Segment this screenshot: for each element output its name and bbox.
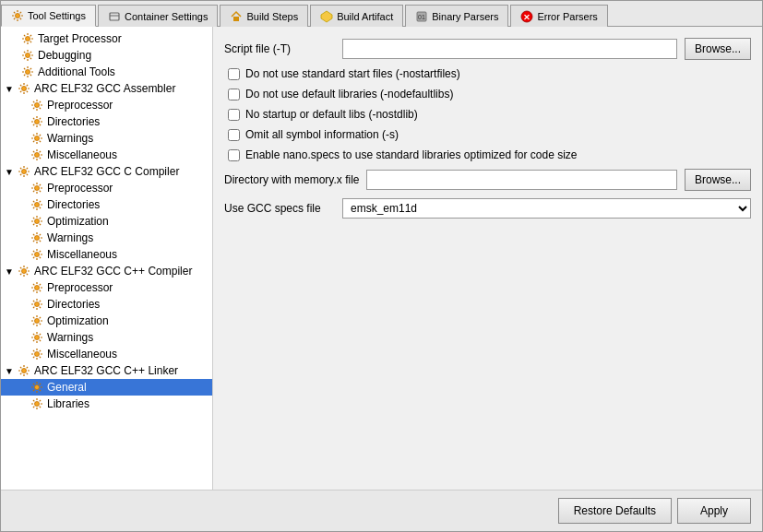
gear-icon-cpp-warn xyxy=(30,331,43,344)
sidebar-item-additional-tools[interactable]: Additional Tools xyxy=(1,64,212,80)
sidebar-label-c-warnings: Warnings xyxy=(47,231,93,244)
svg-point-16 xyxy=(35,153,40,158)
main-window: Tool Settings Container Settings Build S… xyxy=(0,0,763,532)
bottom-bar: Restore Defaults Apply xyxy=(1,490,762,531)
sidebar-label-debugging: Debugging xyxy=(38,49,91,62)
sidebar-item-linker-general[interactable]: General xyxy=(1,379,212,396)
gear-icon-cpp-preproc xyxy=(30,281,43,294)
svg-point-28 xyxy=(35,352,40,357)
checkbox-no-start-files: Do not use standard start files (-nostar… xyxy=(228,67,751,80)
error-parsers-tab-icon: ✕ xyxy=(520,10,533,23)
right-panel: Script file (-T) Browse... Do not use st… xyxy=(213,27,762,490)
sidebar-item-c-optimization[interactable]: Optimization xyxy=(1,213,212,230)
svg-point-15 xyxy=(35,136,40,141)
script-file-input[interactable] xyxy=(342,39,677,59)
no-start-files-checkbox[interactable] xyxy=(228,68,240,80)
sidebar-group-arc-gcc-cpp-linker[interactable]: ▼ ARC ELF32 GCC C++ Linker xyxy=(1,362,212,379)
gear-icon-asm-preproc xyxy=(30,99,43,112)
sidebar-label-asm-directories: Directories xyxy=(47,115,100,128)
tab-build-artifact[interactable]: Build Artifact xyxy=(310,5,403,27)
sidebar-item-asm-directories[interactable]: Directories xyxy=(1,113,212,130)
sidebar-item-c-preprocessor[interactable]: Preprocessor xyxy=(1,180,212,196)
sidebar-item-cpp-optimization[interactable]: Optimization xyxy=(1,313,212,329)
sidebar-item-asm-preprocessor[interactable]: Preprocessor xyxy=(1,97,212,113)
gear-icon-cpp-dirs xyxy=(30,298,43,311)
sidebar-label-asm-miscellaneous: Miscellaneous xyxy=(47,148,117,161)
collapse-icon-c-compiler: ▼ xyxy=(5,167,14,177)
omit-symbol-info-checkbox[interactable] xyxy=(228,129,240,141)
tab-tool-settings[interactable]: Tool Settings xyxy=(1,5,96,27)
memory-x-browse-button[interactable]: Browse... xyxy=(685,169,751,191)
sidebar-label-additional-tools: Additional Tools xyxy=(38,65,115,78)
gear-icon xyxy=(21,32,34,45)
nano-specs-label: Enable nano.specs to use standard librar… xyxy=(245,148,578,161)
checkbox-nano-specs: Enable nano.specs to use standard librar… xyxy=(228,148,751,161)
svg-point-22 xyxy=(35,253,40,257)
sidebar-item-c-miscellaneous[interactable]: Miscellaneous xyxy=(1,246,212,263)
sidebar-item-cpp-warnings[interactable]: Warnings xyxy=(1,329,212,346)
restore-defaults-button[interactable]: Restore Defaults xyxy=(558,498,672,524)
svg-point-19 xyxy=(35,203,40,207)
svg-point-21 xyxy=(35,236,40,241)
no-default-libs-label: Do not use default libraries (-nodefault… xyxy=(245,88,453,100)
collapse-icon-cpp-compiler: ▼ xyxy=(5,266,14,277)
sidebar-group-arc-gcc-c-compiler[interactable]: ▼ ARC ELF32 GCC C Compiler xyxy=(1,163,212,180)
apply-button[interactable]: Apply xyxy=(677,498,751,524)
binary-parsers-tab-icon: 01 xyxy=(415,10,428,23)
gear-icon-cpp-opt xyxy=(30,314,43,327)
sidebar-item-linker-libraries[interactable]: Libraries xyxy=(1,396,212,412)
sidebar-item-cpp-directories[interactable]: Directories xyxy=(1,296,212,313)
sidebar-label-c-optimization: Optimization xyxy=(47,215,109,228)
sidebar: Target Processor Debugging xyxy=(1,27,213,490)
memory-x-label: Directory with memory.x file xyxy=(224,173,359,186)
svg-point-0 xyxy=(16,14,20,18)
nano-specs-checkbox[interactable] xyxy=(228,149,240,161)
tab-binary-parsers[interactable]: 01 Binary Parsers xyxy=(405,5,508,27)
svg-point-29 xyxy=(22,369,27,373)
gear-icon-assembler-group xyxy=(18,82,30,95)
tab-tool-settings-label: Tool Settings xyxy=(28,10,86,21)
tab-binary-parsers-label: Binary Parsers xyxy=(432,11,498,22)
svg-rect-3 xyxy=(233,17,239,21)
gear-icon-c-preproc xyxy=(30,182,43,195)
sidebar-group-arc-gcc-assembler[interactable]: ▼ ARC ELF32 GCC Assembler xyxy=(1,80,212,97)
tab-build-steps[interactable]: Build Steps xyxy=(220,5,308,27)
gcc-specs-select[interactable]: emsk_em11d emsk_em11d_v2 emsk_em7d emsk_… xyxy=(342,198,751,219)
tab-error-parsers-label: Error Parsers xyxy=(537,11,597,22)
sidebar-item-debugging[interactable]: Debugging xyxy=(1,47,212,64)
gear-icon-c-warn xyxy=(30,231,43,244)
sidebar-item-c-directories[interactable]: Directories xyxy=(1,196,212,213)
no-std-lib-checkbox[interactable] xyxy=(228,109,240,121)
script-file-browse-button[interactable]: Browse... xyxy=(685,38,751,60)
svg-point-17 xyxy=(22,170,27,174)
tab-container-settings[interactable]: Container Settings xyxy=(98,5,219,27)
gear-icon-cpp-misc xyxy=(30,348,43,361)
sidebar-item-asm-miscellaneous[interactable]: Miscellaneous xyxy=(1,147,212,163)
memory-x-input[interactable] xyxy=(366,170,677,190)
svg-marker-4 xyxy=(321,11,332,22)
sidebar-group-arc-gcc-cpp-compiler[interactable]: ▼ ARC ELF32 GCC C++ Compiler xyxy=(1,263,212,279)
omit-symbol-info-label: Omit all symbol information (-s) xyxy=(245,128,399,141)
build-steps-tab-icon xyxy=(230,10,243,23)
svg-text:✕: ✕ xyxy=(523,13,531,22)
sidebar-item-cpp-preprocessor[interactable]: Preprocessor xyxy=(1,279,212,296)
no-default-libs-checkbox[interactable] xyxy=(228,89,240,100)
script-file-row: Script file (-T) Browse... xyxy=(224,38,751,60)
gear-icon-c-opt xyxy=(30,215,43,228)
sidebar-item-c-warnings[interactable]: Warnings xyxy=(1,230,212,246)
sidebar-label-target-processor: Target Processor xyxy=(38,32,122,45)
sidebar-item-target-processor[interactable]: Target Processor xyxy=(1,30,212,47)
sidebar-item-asm-warnings[interactable]: Warnings xyxy=(1,130,212,147)
svg-point-31 xyxy=(35,402,40,407)
tab-container-settings-label: Container Settings xyxy=(125,11,209,22)
svg-point-25 xyxy=(35,302,40,307)
svg-point-12 xyxy=(22,87,27,91)
tool-settings-tab-icon xyxy=(11,9,24,22)
svg-point-11 xyxy=(26,70,30,75)
tab-error-parsers[interactable]: ✕ Error Parsers xyxy=(510,5,607,27)
gear-icon-cpp-linker-group xyxy=(18,364,30,377)
sidebar-label-c-directories: Directories xyxy=(47,198,100,211)
sidebar-item-cpp-miscellaneous[interactable]: Miscellaneous xyxy=(1,346,212,362)
sidebar-label-cpp-preprocessor: Preprocessor xyxy=(47,281,113,294)
svg-point-30 xyxy=(35,385,40,390)
